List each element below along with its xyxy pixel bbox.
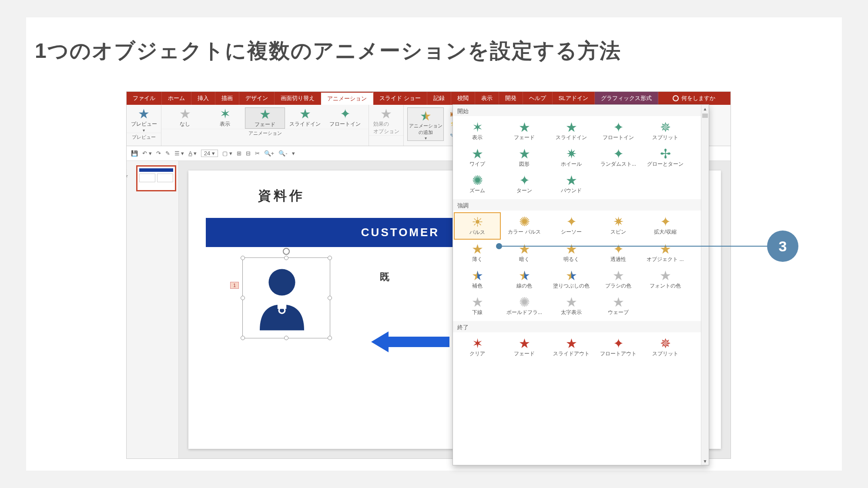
align-icon[interactable]: ⊞: [237, 150, 241, 157]
tab-insert[interactable]: 挿入: [191, 92, 215, 105]
overflow-icon[interactable]: ▾: [292, 150, 295, 157]
anim-floatin[interactable]: ✦フロートイン: [325, 107, 365, 128]
anim-fade[interactable]: ★フェード: [245, 107, 285, 129]
anim-fillcolor[interactable]: ★塗りつぶしの色: [548, 266, 595, 293]
tab-file[interactable]: ファイル: [127, 92, 162, 105]
tab-transition[interactable]: 画面切り替え: [275, 92, 321, 105]
resize-handle[interactable]: [328, 296, 332, 300]
anim-brushcolor[interactable]: ★ブラシの色: [595, 266, 642, 293]
anim-split[interactable]: ✵スプリット: [642, 118, 689, 144]
tab-review[interactable]: 校閲: [451, 92, 475, 105]
star-icon: ✦: [613, 147, 624, 160]
anim-transparency[interactable]: ✦透過性: [595, 240, 642, 266]
anim-slidein[interactable]: ★スライドイン: [285, 107, 325, 128]
anim-wave[interactable]: ★ウェーブ: [595, 293, 642, 319]
cell-label: 線の色: [516, 282, 532, 290]
cell-label: スピン: [610, 228, 626, 236]
anim-growturn[interactable]: ✢グローとターン: [642, 144, 689, 171]
resize-handle[interactable]: [284, 256, 288, 260]
star-icon: ★: [519, 269, 530, 282]
format-painter-icon[interactable]: ✎: [165, 150, 170, 157]
slide-thumbnail-1[interactable]: [136, 165, 176, 191]
anim-disappear[interactable]: ✶クリア: [454, 334, 501, 361]
tab-home[interactable]: ホーム: [162, 92, 191, 105]
tab-graphics-format[interactable]: グラフィックス形式: [595, 92, 658, 105]
resize-handle[interactable]: [241, 256, 245, 260]
star-icon: ★: [566, 121, 577, 134]
anim-objectcolor[interactable]: ★オブジェクト ...: [642, 240, 689, 266]
anim-fade[interactable]: ★フェード: [501, 118, 548, 144]
anim-wipe[interactable]: ★ワイプ: [454, 144, 501, 171]
anim-slideout[interactable]: ★スライドアウト: [548, 334, 595, 361]
add-animation-button[interactable]: ★ アニメーション の追加 ▾: [407, 107, 444, 141]
anim-boldflash[interactable]: ✺ボールドフラ...: [501, 293, 548, 319]
tab-design[interactable]: デザイン: [239, 92, 275, 105]
tab-animation[interactable]: アニメーション: [321, 92, 373, 105]
tab-slideshow[interactable]: スライド ショー: [373, 92, 427, 105]
anim-splitout[interactable]: ✵スプリット: [642, 334, 689, 361]
resize-handle[interactable]: [328, 336, 332, 340]
selected-object[interactable]: 1: [245, 260, 328, 336]
anim-fadeout[interactable]: ★フェード: [501, 334, 548, 361]
anim-bounce[interactable]: ★バウンド: [548, 171, 595, 197]
anim-colorpulse[interactable]: ✺カラー パルス: [501, 212, 548, 240]
anim-darken[interactable]: ★暗く: [501, 240, 548, 266]
bullets-icon[interactable]: ☰ ▾: [174, 150, 184, 157]
resize-handle[interactable]: [284, 336, 288, 340]
anim-zoom[interactable]: ✺ズーム: [454, 171, 501, 197]
anim-pulse[interactable]: ☀パルス: [454, 212, 501, 240]
star-icon: ✷: [566, 147, 577, 160]
anim-wheel[interactable]: ✷ホイール: [548, 144, 595, 171]
resize-handle[interactable]: [241, 336, 245, 340]
crop-icon[interactable]: ✂: [255, 150, 260, 157]
anim-floatout[interactable]: ✦フロートアウト: [595, 334, 642, 361]
tab-view[interactable]: 表示: [475, 92, 499, 105]
star-icon: ★: [566, 337, 577, 350]
preview-button[interactable]: ★ プレビュー ▾: [130, 107, 158, 133]
anim-appear[interactable]: ✶表示: [205, 107, 245, 128]
anim-linecolor[interactable]: ★線の色: [501, 266, 548, 293]
scroll-down-icon[interactable]: ▼: [701, 457, 709, 465]
anim-floatin[interactable]: ✦フロートイン: [595, 118, 642, 144]
tab-sladdin[interactable]: SLアドイン: [553, 92, 595, 105]
anim-desaturate[interactable]: ★薄く: [454, 240, 501, 266]
anim-turn[interactable]: ✦ターン: [501, 171, 548, 197]
resize-handle[interactable]: [241, 296, 245, 300]
tab-tell-me[interactable]: 何をしますか: [658, 92, 731, 105]
tab-help[interactable]: ヘルプ: [523, 92, 553, 105]
anim-spin[interactable]: ✷スピン: [595, 212, 642, 240]
save-icon[interactable]: 💾: [131, 150, 138, 157]
distribute-icon[interactable]: ⊟: [246, 150, 251, 157]
anim-boldreveal[interactable]: ★太字表示: [548, 293, 595, 319]
scrollbar[interactable]: ▲ ▼: [701, 105, 709, 465]
anim-underline[interactable]: ★下線: [454, 293, 501, 319]
undo-icon[interactable]: ↶ ▾: [142, 150, 152, 157]
animation-order-tag[interactable]: 1: [230, 282, 239, 289]
anim-slidein[interactable]: ★スライドイン: [548, 118, 595, 144]
anim-complementary[interactable]: ★補色: [454, 266, 501, 293]
anim-teeter[interactable]: ✦シーソー: [548, 212, 595, 240]
anim-shape[interactable]: ★図形: [501, 144, 548, 171]
anim-random[interactable]: ✦ランダムスト...: [595, 144, 642, 171]
scroll-thumb[interactable]: [702, 114, 708, 118]
tab-dev[interactable]: 開発: [499, 92, 523, 105]
shape-icon[interactable]: ▢ ▾: [222, 150, 232, 157]
scroll-up-icon[interactable]: ▲: [701, 105, 709, 113]
resize-handle[interactable]: [328, 256, 332, 260]
zoom-out-icon[interactable]: 🔍-: [278, 150, 287, 157]
star-icon: ✶: [472, 337, 483, 350]
star-icon: ★: [472, 269, 483, 282]
font-color-icon[interactable]: A ▾: [188, 150, 197, 157]
cell-label: スプリット: [652, 350, 678, 358]
anim-growshrink[interactable]: ✦拡大/収縮: [642, 212, 689, 240]
zoom-in-icon[interactable]: 🔍+: [264, 150, 275, 157]
anim-fontcolor[interactable]: ★フォントの色: [642, 266, 689, 293]
tab-draw[interactable]: 描画: [215, 92, 239, 105]
redo-icon[interactable]: ↷: [156, 150, 161, 157]
rotate-handle-icon[interactable]: [283, 248, 290, 255]
fontsize-field[interactable]: 24 ▾: [201, 150, 218, 157]
anim-appear[interactable]: ✶表示: [454, 118, 501, 144]
anim-lighten[interactable]: ★明るく: [548, 240, 595, 266]
tab-record[interactable]: 記録: [427, 92, 451, 105]
anim-none[interactable]: ★なし: [165, 107, 205, 128]
